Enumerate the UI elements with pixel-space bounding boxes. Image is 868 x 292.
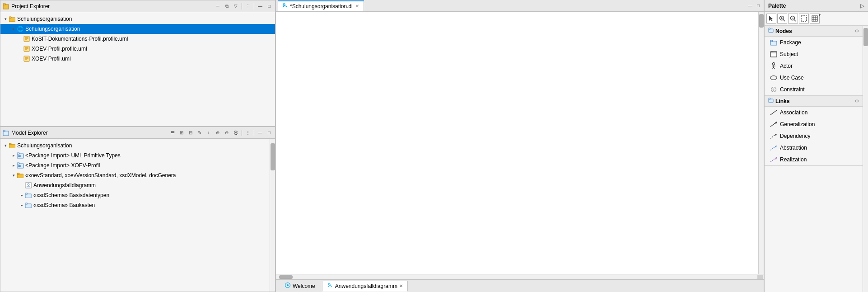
canvas-scrollbar-v[interactable] — [758, 12, 764, 274]
me-sort-btn[interactable]: ↕ — [205, 129, 213, 137]
bottom-tab-welcome[interactable]: Welcome — [280, 281, 320, 292]
me-expand-btn[interactable]: ⊕ — [214, 129, 222, 137]
palette-constraint-icon: ? — [770, 86, 777, 93]
svg-rect-1 — [3, 4, 5, 5]
me-root-item[interactable]: Schulungsorganisation — [0, 141, 270, 151]
palette-subject-icon: ≡ — [770, 51, 777, 58]
pe-schulung-item[interactable]: Schulungsorganisation — [0, 24, 275, 34]
bottom-tab-diagram-label: Anwendungsfalldiagramm — [335, 283, 397, 289]
svg-rect-53 — [812, 16, 817, 21]
pe-xoev-item[interactable]: XOEV-Profil.uml — [0, 54, 275, 64]
palette-item-realization[interactable]: Realization — [765, 154, 863, 165]
palette-item-generalization[interactable]: Generalization — [765, 118, 863, 130]
palette-item-abstraction[interactable]: Abstraction — [765, 142, 863, 154]
bottom-tab-diagram-close[interactable]: ✕ — [399, 283, 403, 288]
model-explorer-content: Schulungsorganisation ⇄ <Package Imp — [0, 139, 275, 292]
palette-item-actor[interactable]: Actor — [765, 60, 863, 72]
more-btn[interactable]: ⋮ — [244, 2, 252, 10]
me-chart-btn[interactable]: ⊟ — [187, 129, 195, 137]
svg-rect-3 — [9, 17, 11, 18]
model-explorer-scroll-thumb — [271, 143, 275, 170]
palette-expand-icon[interactable]: ▷ — [860, 3, 864, 9]
pe-kosit-item[interactable]: KoSIT-Dokumentations-Profil.profile.uml — [0, 34, 275, 44]
me-min-btn[interactable]: — — [256, 129, 264, 137]
palette-grid-btn[interactable]: ▾ — [810, 14, 820, 24]
editor-tab-diagram[interactable]: *Schulungsorganisation.di ✕ — [278, 0, 364, 11]
palette-item-subject[interactable]: ≡ Subject — [765, 48, 863, 60]
me-tree-btn[interactable]: ⊞ — [177, 129, 186, 137]
me-baukasten-item[interactable]: «xsdSchema» Baukasten — [0, 200, 270, 210]
me-pkg2-icon: ⇄ — [17, 162, 24, 169]
palette-package-label: Package — [780, 39, 801, 46]
palette-marquee-btn[interactable] — [799, 14, 809, 24]
me-baukasten-arrow — [19, 202, 25, 208]
me-link-btn[interactable]: ⛓ — [232, 129, 240, 137]
palette-links-header[interactable]: Links ⚙ — [765, 96, 863, 107]
editor-min-btn[interactable]: — — [747, 2, 754, 9]
model-explorer-icon — [2, 129, 9, 137]
palette-links-settings-icon[interactable]: ⚙ — [855, 99, 859, 104]
svg-rect-15 — [24, 56, 29, 61]
bottom-tab-welcome-icon — [285, 282, 291, 290]
svg-point-65 — [773, 63, 775, 65]
editor-tab-close[interactable]: ✕ — [355, 4, 360, 9]
project-explorer-panel: Project Explorer ─ ⧉ ▽ ⋮ — □ — [0, 0, 275, 127]
svg-rect-27 — [17, 163, 19, 164]
palette-dependency-label: Dependency — [780, 133, 810, 139]
svg-line-46 — [784, 20, 785, 22]
me-anwendung-item[interactable]: Anwendungsfalldiagramm — [0, 180, 270, 190]
bottom-tab-diagram[interactable]: Anwendungsfalldiagramm ✕ — [322, 281, 408, 292]
pe-root-arrow — [2, 16, 9, 22]
project-explorer-title: Project Explorer — [11, 3, 212, 9]
canvas-scrollbar-h[interactable] — [276, 274, 764, 279]
me-pkg2-item[interactable]: ⇄ <Package Import> XOEV-Profil — [0, 160, 270, 170]
palette-item-dependency[interactable]: Dependency — [765, 130, 863, 142]
me-xoev-arrow — [10, 172, 17, 179]
me-max-btn[interactable]: □ — [265, 129, 273, 137]
svg-point-43 — [287, 284, 289, 286]
palette-dropdown-arrow: ▾ — [819, 13, 821, 17]
minimize-win-btn[interactable]: — — [256, 2, 264, 10]
palette-scrollbar[interactable] — [863, 26, 868, 292]
palette-nodes-header[interactable]: Nodes ⚙ — [765, 26, 863, 37]
palette-nodes-settings-icon[interactable]: ⚙ — [855, 28, 859, 33]
me-xoev-item[interactable]: «xoevStandard, xoevVersionStandard, xsdX… — [0, 170, 270, 180]
pe-root-item[interactable]: Schulungsorganisation — [0, 14, 275, 24]
svg-text:≡: ≡ — [771, 51, 773, 53]
filter-btn[interactable]: ▽ — [232, 2, 240, 10]
palette-usecase-label: Use Case — [780, 75, 804, 81]
me-list-btn[interactable]: ☰ — [168, 129, 177, 137]
palette-constraint-label: Constraint — [780, 86, 805, 93]
palette-zoomout-btn[interactable] — [788, 14, 798, 24]
palette-package-icon — [770, 39, 777, 46]
minimize-btn[interactable]: ─ — [214, 2, 222, 10]
palette-subject-label: Subject — [780, 51, 798, 57]
palette-item-constraint[interactable]: ? Constraint — [765, 84, 863, 95]
svg-rect-20 — [3, 130, 5, 132]
palette-zoomin-btn[interactable] — [777, 14, 787, 24]
me-baukasten-label: «xsdSchema» Baukasten — [33, 202, 95, 208]
me-more-btn[interactable]: ⋮ — [244, 129, 252, 137]
svg-rect-74 — [769, 98, 770, 99]
restore-btn[interactable]: ⧉ — [223, 2, 231, 10]
palette-select-btn[interactable] — [766, 14, 776, 24]
me-root-folder-icon — [9, 142, 16, 149]
me-basisdaten-item[interactable]: «xsdSchema» Basisdatentypen — [0, 190, 270, 200]
palette-item-association[interactable]: Association — [765, 107, 863, 118]
me-pkg1-item[interactable]: ⇄ <Package Import> UML Primitive Types — [0, 151, 270, 160]
palette-item-package[interactable]: Package — [765, 37, 863, 48]
palette-realization-label: Realization — [780, 156, 807, 163]
pe-xoev-profil-item[interactable]: XOEV-Profil.profile.uml — [0, 44, 275, 54]
canvas-main[interactable] — [276, 12, 758, 274]
svg-rect-24 — [17, 153, 19, 154]
palette-item-usecase[interactable]: Use Case — [765, 72, 863, 84]
me-edit-btn[interactable]: ✎ — [196, 129, 204, 137]
svg-line-75 — [770, 110, 777, 115]
svg-line-76 — [770, 122, 777, 127]
model-explorer-toolbar: ☰ ⊞ ⊟ ✎ ↕ ⊕ ⊖ ⛓ ⋮ — □ — [168, 129, 273, 137]
model-explorer-scrollbar[interactable] — [270, 139, 275, 292]
me-collapse-btn[interactable]: ⊖ — [223, 129, 231, 137]
editor-max-btn[interactable]: □ — [755, 2, 762, 9]
me-root-arrow — [2, 142, 9, 149]
maximize-win-btn[interactable]: □ — [265, 2, 273, 10]
